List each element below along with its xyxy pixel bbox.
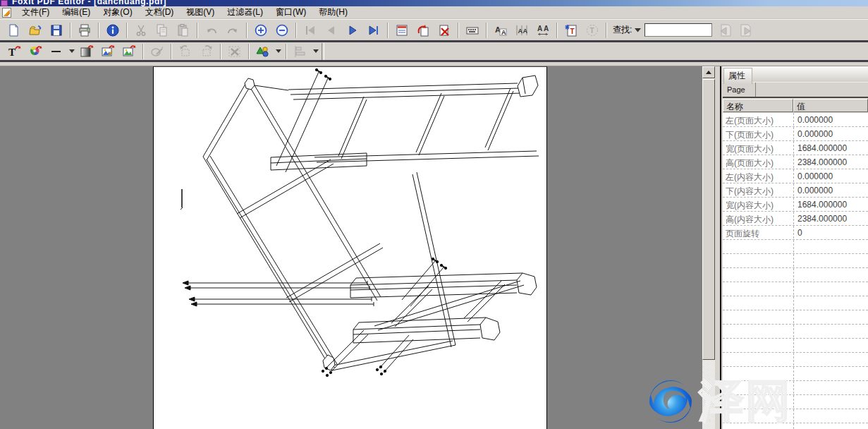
chevron-down-icon xyxy=(276,49,281,53)
paste-icon xyxy=(176,23,190,37)
replace-image-button[interactable] xyxy=(118,43,140,60)
redo-button[interactable] xyxy=(222,22,243,39)
chevron-down-icon xyxy=(69,49,75,53)
insert-text-icon: T xyxy=(564,23,578,37)
add-shape-button[interactable] xyxy=(252,43,274,60)
rotate-left-icon xyxy=(178,44,193,59)
toolbar-separator xyxy=(486,23,487,38)
find-previous-button[interactable] xyxy=(714,22,735,39)
edit-image-icon xyxy=(100,44,116,59)
property-value[interactable]: 0.000000 xyxy=(793,169,868,183)
new-document-button[interactable] xyxy=(4,22,25,39)
property-row[interactable]: 左(内容大小)0.000000 xyxy=(723,169,868,183)
add-text-button[interactable]: T xyxy=(4,43,25,60)
property-row[interactable]: 左(页面大小)0.000000 xyxy=(723,113,868,127)
property-row[interactable]: 下(页面大小)0.000000 xyxy=(723,127,868,141)
undo-icon xyxy=(204,23,219,37)
zoom-out-button[interactable] xyxy=(271,22,293,39)
edit-image-button[interactable] xyxy=(97,43,118,60)
menu-document[interactable]: 文档(D) xyxy=(139,6,181,20)
find-input[interactable] xyxy=(644,23,712,37)
rotate-page-button[interactable] xyxy=(412,22,434,39)
property-name: 下(内容大小) xyxy=(723,183,793,197)
vertical-scrollbar[interactable] xyxy=(702,66,715,429)
property-value[interactable]: 0.000000 xyxy=(793,127,868,140)
toolbar-separator xyxy=(458,23,459,38)
property-row[interactable]: 高(页面大小)2384.000000 xyxy=(723,155,868,169)
text-art-button[interactable]: T xyxy=(582,22,603,39)
toolbar-separator xyxy=(295,23,297,38)
find-dropdown-button[interactable] xyxy=(633,24,642,37)
menu-file[interactable]: 文件(F) xyxy=(16,6,56,20)
rotate-object-right-button[interactable] xyxy=(196,43,217,60)
edit-object-button[interactable] xyxy=(147,43,168,60)
print-button[interactable] xyxy=(74,22,95,39)
toolbar-separator xyxy=(606,23,607,38)
menu-window[interactable]: 窗口(W) xyxy=(269,6,312,20)
scroll-up-button[interactable] xyxy=(702,66,715,78)
copy-button[interactable] xyxy=(152,22,173,39)
menu-help[interactable]: 帮助(H) xyxy=(312,6,354,20)
character-spacing-button[interactable]: AA xyxy=(532,22,554,39)
property-value[interactable]: 0.000000 xyxy=(793,113,868,126)
rotate-object-left-button[interactable] xyxy=(175,43,196,60)
property-value[interactable]: 1684.000000 xyxy=(793,141,868,155)
undo-button[interactable] xyxy=(201,22,222,39)
menu-object[interactable]: 对象(O) xyxy=(97,6,138,20)
empty-row xyxy=(723,310,868,325)
toolbar-separator xyxy=(556,23,558,38)
delete-object-button[interactable] xyxy=(224,43,245,60)
tab-page[interactable]: Page xyxy=(723,83,756,97)
cut-button[interactable] xyxy=(130,22,152,39)
paste-button[interactable] xyxy=(173,22,194,39)
letter-width-icon: AA xyxy=(515,23,529,37)
color-picker-button[interactable] xyxy=(25,43,46,60)
menu-filter[interactable]: 过滤器(L) xyxy=(221,6,269,20)
panel-header: 属性 xyxy=(723,66,868,83)
align-objects-dropdown[interactable] xyxy=(311,45,320,58)
property-value[interactable]: 2384.000000 xyxy=(793,155,868,169)
last-page-button[interactable] xyxy=(363,22,384,39)
next-page-button[interactable] xyxy=(342,22,363,39)
document-canvas[interactable] xyxy=(0,66,702,429)
panel-splitter[interactable] xyxy=(715,66,721,429)
letter-width-button[interactable]: AA xyxy=(511,22,532,39)
find-next-button[interactable] xyxy=(735,22,757,39)
zoom-in-button[interactable] xyxy=(250,22,271,39)
menu-edit[interactable]: 编辑(E) xyxy=(56,6,97,20)
property-value[interactable]: 2384.000000 xyxy=(793,212,868,225)
insert-text-button[interactable]: T xyxy=(561,22,582,39)
replace-font-button[interactable]: AA xyxy=(490,22,511,39)
property-row[interactable]: 页面旋转0 xyxy=(723,226,868,240)
line-width-button[interactable] xyxy=(46,43,67,60)
keyboard-icon xyxy=(465,23,479,37)
document-icon[interactable] xyxy=(2,8,11,18)
line-width-dropdown[interactable] xyxy=(67,45,76,58)
keyboard-button[interactable] xyxy=(462,22,483,39)
previous-page-button[interactable] xyxy=(321,22,342,39)
align-objects-button[interactable] xyxy=(290,43,311,60)
page-form-button[interactable] xyxy=(391,22,412,39)
svg-text:A: A xyxy=(544,25,549,32)
property-value[interactable]: 0 xyxy=(793,226,868,239)
scrollbar-thumb[interactable] xyxy=(702,79,715,360)
property-row[interactable]: 高(内容大小)2384.000000 xyxy=(723,212,868,226)
column-header-value[interactable]: 值 xyxy=(793,99,868,112)
svg-text:A: A xyxy=(537,25,542,32)
column-header-name[interactable]: 名称 xyxy=(723,99,793,112)
property-row[interactable]: 宽(内容大小)1684.000000 xyxy=(723,198,868,212)
property-row[interactable]: 下(内容大小)0.000000 xyxy=(723,183,868,198)
pdf-page[interactable] xyxy=(153,66,547,429)
property-value[interactable]: 0.000000 xyxy=(793,183,868,197)
property-value[interactable]: 1684.000000 xyxy=(793,198,868,211)
first-page-button[interactable] xyxy=(300,22,321,39)
document-info-button[interactable] xyxy=(102,22,123,39)
fill-gradient-button[interactable] xyxy=(76,43,97,60)
rotate-right-icon xyxy=(199,44,214,59)
save-file-button[interactable] xyxy=(46,22,67,39)
open-file-button[interactable] xyxy=(25,22,46,39)
menu-view[interactable]: 视图(V) xyxy=(180,6,221,20)
add-shape-dropdown[interactable] xyxy=(274,45,283,58)
property-row[interactable]: 宽(页面大小)1684.000000 xyxy=(723,141,868,155)
delete-page-button[interactable] xyxy=(434,22,455,39)
